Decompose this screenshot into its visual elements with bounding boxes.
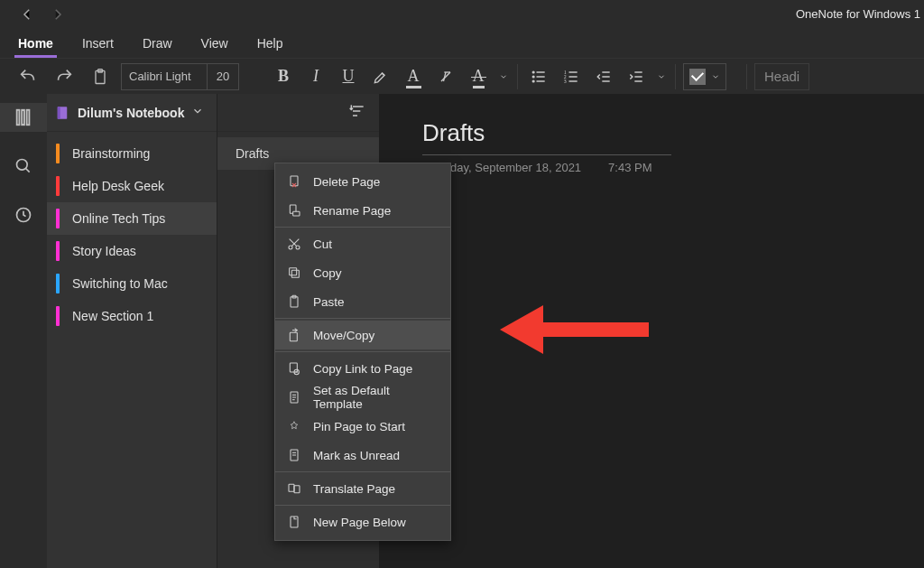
main-area: Dilum's Notebook Brainstorming Help Desk… bbox=[0, 94, 924, 568]
ctx-separator bbox=[275, 471, 450, 472]
ctx-translate[interactable]: Translate Page bbox=[275, 474, 450, 503]
page-title[interactable]: Drafts bbox=[422, 119, 924, 147]
clipboard-button[interactable] bbox=[85, 61, 116, 92]
page-meta: Saturday, September 18, 2021 7:43 PM bbox=[422, 161, 924, 174]
notebooks-button[interactable] bbox=[0, 103, 47, 132]
todo-tag-button[interactable] bbox=[683, 63, 726, 90]
ctx-rename-page[interactable]: Rename Page bbox=[275, 196, 450, 225]
ctx-label: Copy Link to Page bbox=[313, 362, 412, 376]
more-formatting-dropdown[interactable] bbox=[497, 72, 510, 81]
tab-draw[interactable]: Draw bbox=[141, 31, 174, 58]
svg-point-4 bbox=[532, 76, 534, 78]
strikethrough-button[interactable]: A bbox=[465, 63, 492, 90]
ctx-pin-start[interactable]: Pin Page to Start bbox=[275, 412, 450, 441]
svg-line-24 bbox=[26, 169, 30, 172]
ctx-label: Rename Page bbox=[313, 204, 391, 218]
ctx-cut[interactable]: Cut bbox=[275, 229, 450, 258]
search-button[interactable] bbox=[0, 152, 47, 181]
tab-insert[interactable]: Insert bbox=[80, 31, 116, 58]
unread-icon bbox=[286, 447, 302, 463]
styles-heading-button[interactable]: Headi bbox=[754, 63, 809, 90]
app-title: OneNote for Windows 1 bbox=[796, 7, 922, 21]
section-item[interactable]: Online Tech Tips bbox=[47, 202, 217, 235]
page-label: Drafts bbox=[236, 146, 269, 161]
redo-button[interactable] bbox=[49, 61, 79, 92]
section-item[interactable]: Switching to Mac bbox=[47, 267, 217, 300]
svg-rect-51 bbox=[294, 486, 300, 493]
bold-button[interactable]: B bbox=[270, 63, 297, 90]
pages-header bbox=[217, 94, 379, 132]
tab-view[interactable]: View bbox=[199, 31, 230, 58]
sort-icon[interactable] bbox=[348, 102, 366, 124]
svg-rect-37 bbox=[290, 268, 297, 275]
new-page-icon bbox=[286, 514, 302, 530]
ctx-delete-page[interactable]: Delete Page bbox=[275, 167, 450, 196]
title-underline bbox=[422, 154, 671, 155]
paragraph-dropdown[interactable] bbox=[655, 72, 668, 81]
notebook-title: Dilum's Notebook bbox=[78, 106, 184, 120]
ctx-label: Cut bbox=[313, 237, 332, 251]
ctx-separator bbox=[275, 351, 450, 352]
svg-rect-21 bbox=[22, 110, 24, 126]
tab-home[interactable]: Home bbox=[16, 31, 55, 58]
italic-button[interactable]: I bbox=[302, 63, 329, 90]
ctx-label: Pin Page to Start bbox=[313, 420, 405, 433]
svg-rect-27 bbox=[58, 107, 60, 119]
chevron-down-icon bbox=[191, 105, 204, 121]
highlight-button[interactable] bbox=[367, 63, 394, 90]
section-item[interactable]: Story Ideas bbox=[47, 235, 217, 267]
svg-point-23 bbox=[17, 160, 28, 171]
checkmark-icon bbox=[689, 69, 706, 85]
font-selector[interactable]: Calibri Light 20 bbox=[121, 63, 239, 90]
section-item[interactable]: Brainstorming bbox=[47, 137, 217, 170]
ctx-mark-unread[interactable]: Mark as Unread bbox=[275, 441, 450, 470]
clear-formatting-button[interactable] bbox=[432, 63, 459, 90]
page-time: 7:43 PM bbox=[608, 161, 651, 174]
ctx-copy-link[interactable]: Copy Link to Page bbox=[275, 354, 450, 383]
font-name-input[interactable]: Calibri Light bbox=[122, 70, 207, 83]
font-color-button[interactable]: A bbox=[400, 63, 427, 90]
svg-rect-36 bbox=[291, 270, 299, 277]
svg-rect-50 bbox=[289, 484, 294, 491]
ctx-label: Delete Page bbox=[313, 175, 380, 189]
tab-help[interactable]: Help bbox=[255, 31, 285, 58]
recent-button[interactable] bbox=[0, 200, 47, 229]
indent-button[interactable] bbox=[623, 63, 650, 90]
numbering-button[interactable]: 123 bbox=[558, 63, 585, 90]
notebook-header[interactable]: Dilum's Notebook bbox=[47, 94, 217, 132]
section-label: New Section 1 bbox=[65, 309, 153, 323]
copy-link-icon bbox=[286, 360, 302, 377]
underline-button[interactable]: U bbox=[335, 63, 362, 90]
ctx-label: New Page Below bbox=[313, 516, 406, 529]
ctx-label: Copy bbox=[313, 266, 342, 280]
svg-rect-40 bbox=[290, 332, 297, 340]
titlebar-nav bbox=[5, 5, 67, 23]
outdent-button[interactable] bbox=[590, 63, 617, 90]
section-item[interactable]: New Section 1 bbox=[47, 300, 217, 332]
title-bar: OneNote for Windows 1 bbox=[0, 0, 924, 29]
ctx-copy[interactable]: Copy bbox=[275, 258, 450, 287]
section-label: Online Tech Tips bbox=[65, 211, 165, 226]
font-size-input[interactable]: 20 bbox=[208, 70, 238, 83]
ribbon-tabs: Home Insert Draw View Help bbox=[0, 29, 924, 58]
ctx-label: Paste bbox=[313, 295, 345, 309]
ctx-move-copy[interactable]: Move/Copy bbox=[275, 321, 450, 349]
rename-page-icon bbox=[286, 202, 302, 219]
copy-icon bbox=[286, 265, 302, 281]
section-item[interactable]: Help Desk Geek bbox=[47, 170, 217, 202]
ctx-set-template[interactable]: Set as Default Template bbox=[275, 383, 450, 412]
section-label: Story Ideas bbox=[65, 244, 136, 258]
svg-rect-33 bbox=[293, 211, 300, 216]
svg-rect-20 bbox=[17, 110, 20, 126]
sections-column: Dilum's Notebook Brainstorming Help Desk… bbox=[47, 94, 217, 568]
bullets-button[interactable] bbox=[525, 63, 552, 90]
undo-button[interactable] bbox=[13, 61, 43, 92]
ctx-new-page-below[interactable]: New Page Below bbox=[275, 507, 450, 536]
ctx-label: Mark as Unread bbox=[313, 449, 400, 462]
ctx-paste[interactable]: Paste bbox=[275, 287, 450, 316]
section-list: Brainstorming Help Desk Geek Online Tech… bbox=[47, 132, 217, 332]
ctx-label: Set as Default Template bbox=[313, 384, 439, 411]
forward-button[interactable] bbox=[49, 5, 67, 23]
page-context-menu: Delete Page Rename Page Cut Copy Paste M… bbox=[274, 163, 451, 541]
back-button[interactable] bbox=[18, 5, 36, 23]
